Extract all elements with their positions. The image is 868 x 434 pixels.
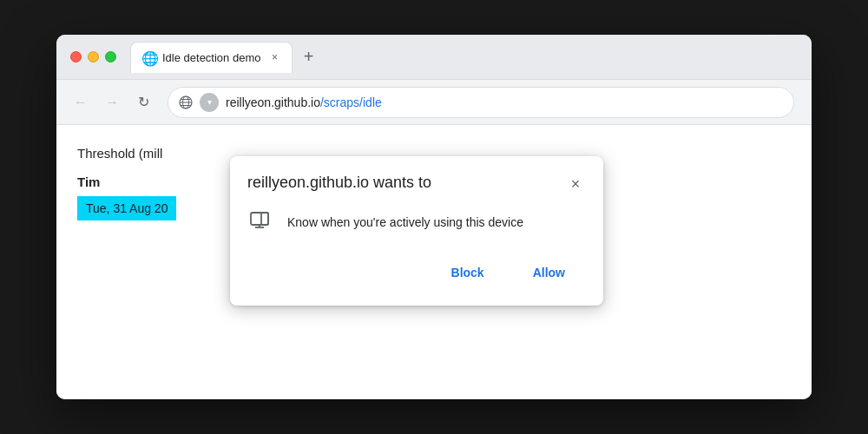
tab-favicon-icon: 🌐 <box>141 50 155 64</box>
reload-button[interactable]: ↻ <box>129 89 157 116</box>
dialog-permission-text: Know when you're actively using this dev… <box>287 215 523 229</box>
close-window-button[interactable] <box>70 51 82 62</box>
page-content: Threshold (mill Tim Tue, 31 Aug 20 reill… <box>56 125 812 399</box>
browser-window: 🌐 Idle detection demo × + ← → ↻ ▾ <box>56 35 812 399</box>
dialog-close-button[interactable]: × <box>565 174 586 194</box>
dropdown-chevron-icon: ▾ <box>207 97 212 107</box>
toolbar: ← → ↻ ▾ reillyeon.github.io/scraps/idle <box>56 80 812 125</box>
forward-button[interactable]: → <box>98 89 126 116</box>
dialog-title: reillyeon.github.io wants to <box>247 174 565 192</box>
allow-button[interactable]: Allow <box>512 257 586 288</box>
permission-dropdown-button[interactable]: ▾ <box>200 93 219 112</box>
table-row: Tue, 31 Aug 20 <box>77 196 176 220</box>
dialog-body: Know when you're actively using this dev… <box>230 194 603 250</box>
address-bar[interactable]: ▾ reillyeon.github.io/scraps/idle <box>168 87 794 118</box>
address-domain: reillyeon.github.io <box>226 95 320 109</box>
maximize-window-button[interactable] <box>105 51 116 62</box>
title-bar: 🌐 Idle detection demo × + <box>56 35 812 80</box>
traffic-lights <box>70 51 116 62</box>
minimize-window-button[interactable] <box>88 51 99 62</box>
block-button[interactable]: Block <box>431 257 505 288</box>
new-tab-button[interactable]: + <box>296 45 320 69</box>
tab-bar: 🌐 Idle detection demo × + <box>130 42 798 73</box>
tab-close-button[interactable]: × <box>267 50 281 64</box>
address-path: /scraps/idle <box>320 95 382 109</box>
tab-title: Idle detection demo <box>162 51 260 64</box>
dialog-header: reillyeon.github.io wants to × <box>230 156 603 194</box>
svg-rect-6 <box>261 213 268 225</box>
address-text: reillyeon.github.io/scraps/idle <box>226 95 783 109</box>
site-security-icon <box>179 95 193 109</box>
back-button[interactable]: ← <box>67 89 95 116</box>
permission-dialog: reillyeon.github.io wants to × Know when… <box>230 156 603 306</box>
svg-rect-5 <box>251 213 268 225</box>
dialog-actions: Block Allow <box>230 250 603 306</box>
browser-tab[interactable]: 🌐 Idle detection demo × <box>130 42 293 73</box>
idle-detection-icon <box>247 208 275 236</box>
